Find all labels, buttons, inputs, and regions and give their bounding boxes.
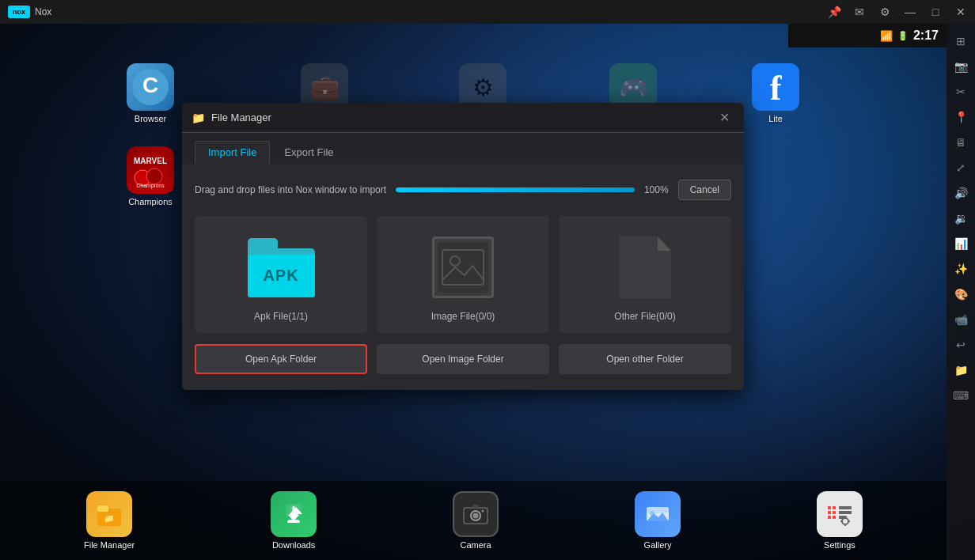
file-manager-modal: 📁 File Manager ✕ Import File Export File…: [182, 103, 744, 390]
sidebar-icon-location[interactable]: 📍: [949, 106, 973, 128]
modal-header: 📁 File Manager ✕: [182, 103, 744, 133]
file-card-image[interactable]: Image File(0/0): [377, 216, 549, 333]
tab-export[interactable]: Export File: [271, 141, 346, 164]
settings-button[interactable]: ⚙: [874, 3, 896, 21]
other-file-icon: [609, 232, 681, 303]
sidebar-icon-paint[interactable]: 🎨: [949, 283, 973, 305]
file-cards: APK Apk File(1/1): [195, 216, 731, 333]
apk-label: Apk File(1/1): [254, 311, 308, 322]
sidebar-icon-record[interactable]: 📹: [949, 308, 973, 331]
nox-logo-icon: nox: [8, 6, 30, 18]
modal-header-icon: 📁: [192, 112, 205, 124]
app-name: Nox: [35, 6, 51, 17]
minimize-button[interactable]: —: [899, 3, 921, 21]
progress-percent: 100%: [644, 184, 669, 195]
sidebar-icon-volume-down[interactable]: 🔉: [949, 207, 973, 229]
sidebar-icon-volume-up[interactable]: 🔊: [949, 182, 973, 204]
cancel-button[interactable]: Cancel: [678, 180, 731, 200]
sidebar-icon-fullscreen[interactable]: ⤢: [949, 157, 973, 179]
progress-text: Drag and drop files into Nox window to i…: [195, 184, 386, 195]
modal-title: File Manager: [211, 112, 708, 123]
tab-import[interactable]: Import File: [195, 141, 270, 164]
titlebar-controls: 📌 ✉ ⚙ — □ ✕: [823, 3, 975, 21]
image-label: Image File(0/0): [431, 311, 495, 322]
sidebar-icon-files[interactable]: 📁: [949, 359, 973, 381]
right-sidebar: ⊞ 📷 ✂ 📍 🖥 ⤢ 🔊 🔉 📊 ✨ 🎨 📹 ↩ 📁 ⌨: [947, 24, 975, 560]
other-label: Other File(0/0): [614, 311, 675, 322]
open-image-folder-button[interactable]: Open Image Folder: [377, 344, 549, 374]
open-apk-folder-button[interactable]: Open Apk Folder: [195, 344, 367, 374]
file-card-other[interactable]: Other File(0/0): [559, 216, 731, 333]
close-button[interactable]: ✕: [950, 3, 972, 21]
maximize-button[interactable]: □: [924, 3, 947, 21]
mail-button[interactable]: ✉: [848, 3, 871, 21]
progress-bar-container: [396, 187, 635, 192]
progress-row: Drag and drop files into Nox window to i…: [195, 180, 731, 200]
titlebar: nox Nox 📌 ✉ ⚙ — □ ✕: [0, 0, 975, 24]
progress-bar-fill: [396, 187, 635, 192]
file-card-apk[interactable]: APK Apk File(1/1): [195, 216, 367, 333]
modal-close-button[interactable]: ✕: [715, 108, 734, 127]
sidebar-icon-multiwindow[interactable]: ⊞: [949, 30, 973, 52]
sidebar-icon-keyboard[interactable]: ⌨: [949, 384, 973, 407]
sidebar-icon-controls[interactable]: 📊: [949, 233, 973, 255]
modal-overlay: 📁 File Manager ✕ Import File Export File…: [0, 24, 947, 560]
titlebar-logo: nox Nox: [0, 6, 59, 18]
sidebar-icon-cut[interactable]: ✂: [949, 81, 973, 103]
pin-button[interactable]: 📌: [823, 3, 845, 21]
sidebar-icon-back[interactable]: ↩: [949, 334, 973, 356]
image-file-icon: [427, 232, 499, 303]
sidebar-icon-virtual[interactable]: 🖥: [949, 131, 973, 153]
open-other-folder-button[interactable]: Open other Folder: [559, 344, 731, 374]
sidebar-icon-shake[interactable]: ✨: [949, 258, 973, 280]
folder-front: APK: [248, 255, 315, 297]
folder-buttons: Open Apk Folder Open Image Folder Open o…: [195, 344, 731, 374]
modal-tabs: Import File Export File: [182, 133, 744, 164]
modal-body: Drag and drop files into Nox window to i…: [182, 164, 744, 390]
apk-file-icon: APK: [245, 232, 317, 303]
svg-marker-49: [658, 236, 671, 251]
sidebar-icon-screenshot[interactable]: 📷: [949, 55, 973, 78]
